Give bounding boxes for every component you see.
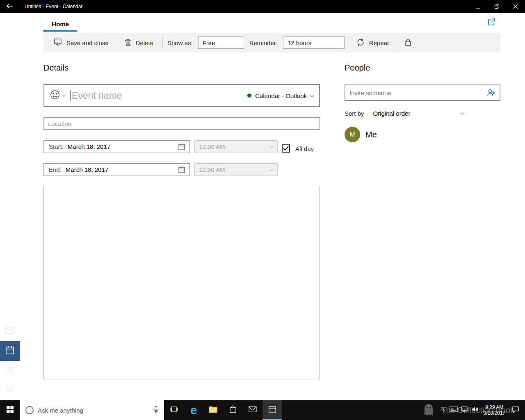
invite-input[interactable] [345, 89, 486, 96]
sidebar-item-calendar[interactable] [0, 341, 20, 361]
task-view-button[interactable] [164, 400, 184, 420]
sidebar-item-people[interactable] [0, 361, 20, 381]
repeat-button[interactable]: Repeat [354, 33, 391, 52]
gear-icon [5, 385, 14, 396]
minimize-icon [476, 3, 480, 10]
taskbar-clock[interactable]: 9:29 AM 3/18/2017 [484, 404, 505, 416]
start-time-value: 12:00 AM [199, 143, 225, 150]
sort-by-label: Sort by [345, 110, 364, 117]
taskbar: e [0, 400, 525, 420]
restore-icon [495, 3, 499, 10]
calendar-selector-label: Calendar - Outlook [255, 92, 307, 99]
popout-button[interactable] [486, 18, 496, 28]
clock-date: 3/18/2017 [484, 410, 505, 416]
microphone-icon[interactable] [153, 406, 159, 414]
mail-icon [249, 406, 257, 414]
lock-icon [405, 38, 411, 48]
show-as-label: Show as: [167, 39, 193, 46]
taskbar-item-calendar[interactable] [262, 400, 282, 420]
delete-label: Delete [136, 39, 153, 46]
sidebar-item-settings[interactable] [0, 381, 20, 400]
taskbar-item-file-explorer[interactable] [203, 400, 223, 420]
chevron-down-icon [62, 93, 66, 96]
sort-by-value: Original order [373, 110, 411, 117]
reminder-combobox[interactable]: 12 hours [283, 37, 345, 49]
event-name-field[interactable]: Calendar - Outlook [43, 84, 320, 107]
end-date-value: March 18, 2017 [66, 166, 108, 173]
end-time-combobox: 12:00 AM [194, 163, 278, 176]
save-and-close-label: Save and close [66, 39, 109, 46]
back-arrow-icon [7, 3, 13, 10]
network-icon [461, 406, 468, 414]
close-button[interactable] [506, 0, 525, 13]
taskbar-item-edge[interactable]: e [184, 400, 203, 420]
all-day-label: All day [295, 145, 314, 152]
taskbar-search-input[interactable] [38, 407, 153, 414]
delete-button[interactable]: Delete [122, 33, 156, 52]
attendee-name: Me [365, 130, 377, 139]
start-date-picker[interactable]: Start: March 18, 2017 [43, 140, 190, 153]
minimize-button[interactable] [468, 0, 487, 13]
event-description-textarea[interactable] [43, 186, 320, 379]
network-button[interactable] [459, 400, 470, 420]
restore-button[interactable] [487, 0, 506, 13]
datepicker-calendar-icon [178, 143, 185, 151]
app-sidebar [0, 13, 20, 400]
tab-home[interactable]: Home [43, 17, 77, 32]
details-heading: Details [43, 63, 68, 73]
taskbar-item-store[interactable] [223, 400, 243, 420]
event-name-input[interactable] [72, 90, 247, 101]
checkmark-icon [283, 145, 289, 152]
edge-icon: e [190, 404, 197, 416]
invite-field[interactable] [345, 84, 500, 101]
emoji-picker-button[interactable] [44, 85, 71, 106]
private-button[interactable] [402, 33, 414, 52]
screen: Untitled - Event - Calendar [0, 0, 525, 420]
end-date-picker[interactable]: End: March 18, 2017 [43, 163, 190, 176]
volume-button[interactable] [470, 400, 480, 420]
system-tray: 9:29 AM 3/18/2017 [438, 400, 525, 420]
reminder-label: Reminder: [249, 39, 278, 46]
show-as-combobox[interactable]: Free [198, 37, 244, 49]
datepicker-calendar-icon [178, 166, 185, 173]
chevron-down-icon [460, 111, 464, 115]
popout-icon [487, 18, 495, 28]
ribbon-toolbar: Save and close Delete Show as: Free Remi… [43, 33, 500, 52]
people-heading: People [345, 63, 370, 73]
location-input[interactable] [43, 117, 320, 130]
repeat-icon [356, 38, 365, 48]
chevron-down-icon [310, 93, 314, 97]
people-icon [5, 366, 15, 376]
calendar-icon [5, 346, 14, 356]
back-button[interactable] [0, 0, 20, 13]
repeat-label: Repeat [369, 39, 389, 46]
chevron-down-icon [270, 167, 274, 171]
titlebar: Untitled - Event - Calendar [0, 0, 525, 13]
mail-icon [5, 327, 14, 336]
action-center-button[interactable] [509, 400, 523, 420]
smiley-icon [50, 89, 60, 102]
text-caret [71, 90, 71, 101]
sidebar-item-mail[interactable] [0, 322, 20, 341]
start-button[interactable] [0, 400, 20, 420]
cortana-search-box[interactable] [20, 400, 164, 420]
task-view-icon [170, 406, 178, 414]
touch-keyboard-button[interactable] [448, 400, 459, 420]
clock-time: 9:29 AM [484, 404, 505, 410]
chevron-down-icon [270, 144, 274, 148]
add-person-icon[interactable] [486, 88, 495, 97]
taskbar-item-mail[interactable] [243, 400, 262, 420]
calendar-selector[interactable]: Calendar - Outlook [247, 92, 319, 99]
close-icon [514, 3, 518, 10]
store-bag-icon [229, 405, 237, 415]
start-label: Start: [49, 143, 64, 150]
window-title: Untitled - Event - Calendar [25, 4, 82, 9]
toolbar-separator [162, 37, 163, 48]
attendee-row[interactable]: M Me [345, 127, 377, 142]
all-day-checkbox[interactable] [282, 144, 290, 153]
action-center-icon [512, 406, 519, 414]
tab-home-label: Home [52, 21, 69, 27]
sort-by-dropdown[interactable]: Original order [373, 110, 463, 117]
show-hidden-icons-button[interactable] [438, 400, 448, 420]
save-and-close-button[interactable]: Save and close [51, 33, 111, 52]
